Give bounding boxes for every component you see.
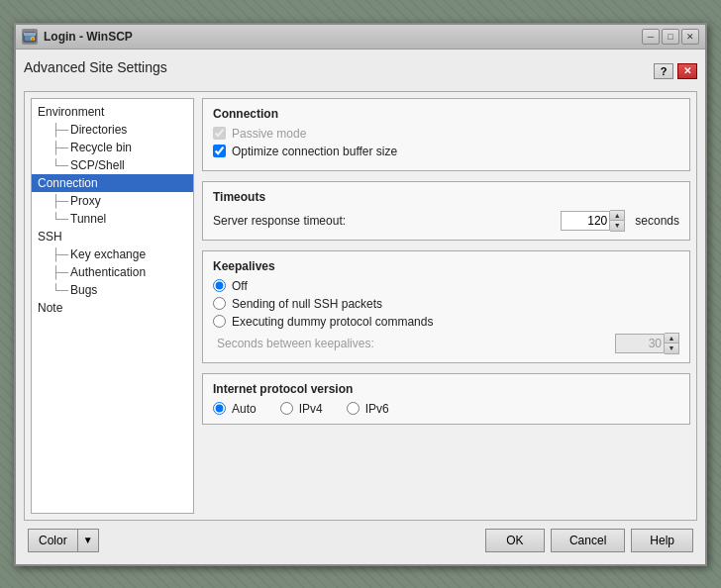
keepalives-section: Keepalives Off Sending of null SSH packe…	[202, 250, 690, 363]
keepalives-seconds-row: Seconds between keepalives: ▲ ▼	[213, 333, 679, 354]
ip-auto-label: Auto	[232, 402, 257, 416]
title-bar-controls: ─ □ ✕	[642, 29, 699, 45]
color-button[interactable]: Color	[28, 529, 77, 552]
optimize-buffer-label: Optimize connection buffer size	[232, 145, 397, 158]
tree-item-key-exchange[interactable]: ├─Key exchange	[32, 245, 193, 263]
ip-auto-radio[interactable]	[213, 402, 226, 415]
close-window-button[interactable]: ✕	[681, 29, 699, 45]
keepalives-seconds-input[interactable]	[615, 334, 665, 353]
connection-section-title: Connection	[213, 107, 679, 121]
tree-connector: ├─	[52, 123, 68, 137]
tree-item-bugs[interactable]: └─Bugs	[32, 281, 193, 299]
tree-item-environment[interactable]: Environment	[32, 103, 193, 121]
tree-item-authentication[interactable]: ├─Authentication	[32, 263, 193, 281]
keepalives-spinner: ▲ ▼	[615, 333, 679, 354]
keepalives-section-title: Keepalives	[213, 259, 679, 273]
tree-connector: └─	[52, 212, 68, 226]
help-button[interactable]: Help	[631, 529, 693, 552]
title-bar-text: Login - WinSCP	[44, 30, 133, 44]
ip-ipv4-radio[interactable]	[280, 402, 293, 415]
action-buttons: OK Cancel Help	[485, 529, 693, 552]
tree-connector: ├─	[52, 141, 68, 154]
server-response-label: Server response timeout:	[213, 214, 346, 228]
color-dropdown-button[interactable]: ▼	[77, 529, 99, 552]
keepalives-dummy-radio[interactable]	[213, 315, 226, 328]
tree-item-recycle-bin[interactable]: ├─Recycle bin	[32, 139, 193, 156]
tree-item-directories[interactable]: ├─Directories	[32, 121, 193, 139]
ip-ipv4-label: IPv4	[299, 402, 323, 416]
app-icon	[22, 29, 38, 45]
keepalives-off-radio[interactable]	[213, 279, 226, 292]
dialog-close-button[interactable]: ✕	[677, 63, 697, 79]
main-window: Login - WinSCP ─ □ ✕ Advanced Site Setti…	[14, 23, 707, 566]
tree-connector: └─	[52, 283, 68, 297]
ip-version-title: Internet protocol version	[213, 382, 679, 396]
ip-ipv6-label: IPv6	[365, 402, 389, 416]
keepalives-dummy-label: Executing dummy protocol commands	[232, 315, 433, 329]
timeout-spinner: ▲ ▼	[561, 210, 625, 232]
color-button-group: Color ▼	[28, 529, 99, 552]
window-content: Environment ├─Directories ├─Recycle bin …	[24, 91, 697, 521]
keepalives-seconds-label: Seconds between keepalives:	[217, 337, 374, 350]
keepalives-dummy-row: Executing dummy protocol commands	[213, 315, 679, 329]
content-panel: Connection Passive mode Optimize connect…	[202, 98, 690, 514]
connection-section: Connection Passive mode Optimize connect…	[202, 98, 690, 171]
tree-connector: └─	[52, 158, 68, 172]
color-dropdown-arrow-icon: ▼	[83, 535, 93, 545]
svg-rect-3	[32, 38, 34, 41]
dialog-title: Advanced Site Settings	[24, 57, 167, 77]
ip-ipv6-radio[interactable]	[347, 402, 360, 415]
minimize-button[interactable]: ─	[642, 29, 660, 45]
keepalives-spin-down[interactable]: ▼	[665, 343, 678, 353]
dialog-help-button[interactable]: ?	[654, 63, 673, 79]
ip-version-section: Internet protocol version Auto IPv4 I	[202, 373, 690, 425]
tree-panel: Environment ├─Directories ├─Recycle bin …	[31, 98, 194, 514]
passive-mode-label: Passive mode	[232, 127, 306, 141]
keepalives-spin-buttons: ▲ ▼	[665, 333, 679, 354]
passive-mode-row: Passive mode	[213, 127, 679, 141]
optimize-buffer-checkbox[interactable]	[213, 145, 226, 157]
timeouts-section-title: Timeouts	[213, 190, 679, 204]
timeout-spin-buttons: ▲ ▼	[610, 210, 625, 232]
title-bar: Login - WinSCP ─ □ ✕	[16, 25, 705, 49]
keepalives-null-ssh-label: Sending of null SSH packets	[232, 297, 382, 311]
tree-item-scp-shell[interactable]: └─SCP/Shell	[32, 156, 193, 174]
maximize-button[interactable]: □	[662, 29, 679, 45]
tree-item-tunnel[interactable]: └─Tunnel	[32, 210, 193, 228]
tree-connector: ├─	[52, 194, 68, 208]
timeouts-section: Timeouts Server response timeout: ▲ ▼ se…	[202, 181, 690, 241]
ok-button[interactable]: OK	[485, 529, 545, 552]
title-bar-left: Login - WinSCP	[22, 29, 133, 45]
tree-connector: ├─	[52, 247, 68, 261]
keepalives-null-ssh-row: Sending of null SSH packets	[213, 297, 679, 311]
keepalives-off-label: Off	[232, 279, 248, 293]
keepalives-off-row: Off	[213, 279, 679, 293]
bottom-bar: Color ▼ OK Cancel Help	[24, 521, 697, 556]
tree-item-note[interactable]: Note	[32, 299, 193, 317]
timeout-row: Server response timeout: ▲ ▼ seconds	[213, 210, 679, 232]
svg-rect-1	[24, 33, 36, 36]
optimize-buffer-row: Optimize connection buffer size	[213, 145, 679, 158]
tree-item-ssh[interactable]: SSH	[32, 228, 193, 245]
cancel-button[interactable]: Cancel	[551, 529, 625, 552]
seconds-label: seconds	[635, 214, 679, 228]
ip-version-row: Auto IPv4 IPv6	[213, 402, 679, 416]
tree-item-proxy[interactable]: ├─Proxy	[32, 192, 193, 210]
ip-auto-row: Auto	[213, 402, 257, 416]
timeout-input[interactable]	[561, 211, 610, 231]
timeout-spin-down[interactable]: ▼	[610, 221, 624, 231]
dialog-area: Advanced Site Settings ? ✕ Environment ├…	[16, 49, 705, 564]
tree-item-connection[interactable]: Connection	[32, 174, 193, 192]
ip-ipv4-row: IPv4	[280, 402, 323, 416]
keepalives-null-ssh-radio[interactable]	[213, 297, 226, 310]
tree-connector: ├─	[52, 265, 68, 279]
passive-mode-checkbox[interactable]	[213, 127, 226, 140]
timeout-spin-up[interactable]: ▲	[610, 211, 624, 221]
keepalives-spin-up[interactable]: ▲	[665, 334, 678, 343]
ip-ipv6-row: IPv6	[347, 402, 389, 416]
